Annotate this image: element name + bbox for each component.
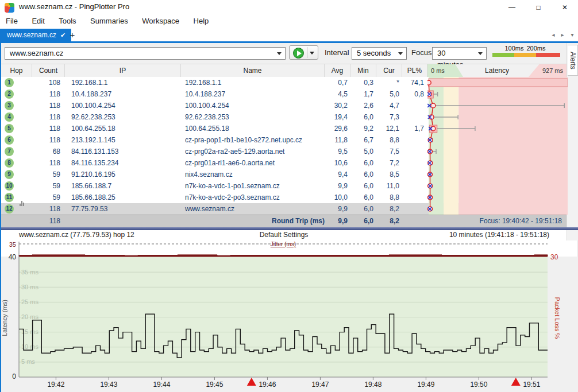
menu-tools[interactable]: Tools: [53, 15, 82, 27]
menu-summaries[interactable]: Summaries: [84, 15, 134, 27]
timeline-header: www.seznam.cz (77.75.79.53) hop 12 Defau…: [1, 230, 567, 240]
hop-number-badge: 10: [5, 181, 14, 191]
interval-select[interactable]: 5 seconds: [352, 47, 407, 60]
alerts-side-tab[interactable]: Alerts: [568, 45, 578, 76]
round-trip-min: 6,0: [350, 215, 373, 227]
focus-range-label: Focus: 19:40:42 - 19:51:18: [438, 215, 562, 227]
svg-text:19:48: 19:48: [364, 381, 382, 389]
tab-overflow-icon[interactable]: ▾: [568, 30, 576, 40]
count-cell: 118: [32, 123, 60, 134]
target-address-combobox[interactable]: www.seznam.cz: [5, 47, 286, 60]
count-cell: 59: [32, 180, 60, 192]
count-cell: 59: [32, 192, 60, 203]
pingplotter-window: www.seznam.cz - PingPlotter Pro — □ ✕ Fi…: [0, 0, 578, 392]
ip-cell: 77.75.79.53: [71, 203, 178, 215]
col-header-avg[interactable]: Avg: [325, 64, 350, 77]
avg-cell: 10,0: [325, 192, 348, 203]
minimize-icon[interactable]: —: [499, 0, 525, 15]
menu-workspace[interactable]: Workspace: [136, 15, 185, 27]
latency-axis-max-label: 927 ms: [531, 64, 563, 77]
min-cell: 6,0: [350, 111, 373, 123]
count-cell: 118: [32, 157, 60, 169]
timeline-range-label[interactable]: 10 minutes (19:41:18 - 19:51:18): [449, 231, 549, 239]
tab-target-seznam[interactable]: www.seznam.cz✔: [1, 29, 71, 41]
hop-cell: 10: [1, 180, 32, 192]
svg-text:0: 0: [12, 372, 16, 381]
new-tab-button[interactable]: +: [67, 29, 78, 41]
ip-cell: 100.64.255.18: [71, 123, 178, 134]
title-bar: www.seznam.cz - PingPlotter Pro — □ ✕: [0, 0, 578, 15]
avg-cell: 9,9: [325, 203, 348, 215]
svg-text:35 ms: 35 ms: [21, 269, 38, 275]
timeline-graph-area[interactable]: Jitter (ms)355 ms10 ms15 ms20 ms25 ms30 …: [0, 240, 578, 392]
maximize-icon[interactable]: □: [525, 0, 552, 15]
count-cell: 68: [32, 146, 60, 157]
svg-text:Latency (ms): Latency (ms): [1, 300, 8, 336]
close-icon[interactable]: ✕: [552, 0, 578, 15]
cur-cell: 7,2: [376, 157, 399, 169]
cur-cell: 11,0: [376, 180, 399, 192]
name-cell: cz-prg02a-ra2-ae5-129.aorta.net: [185, 146, 323, 157]
tab-scroll-left-icon[interactable]: ◂: [549, 30, 557, 40]
play-icon[interactable]: [293, 48, 304, 59]
count-cell: 118: [32, 203, 60, 215]
hop-cell: 8: [1, 157, 32, 169]
chevron-down-icon[interactable]: [310, 52, 314, 55]
col-header-cur[interactable]: Cur: [376, 64, 402, 77]
min-cell: 2,6: [350, 100, 373, 111]
pl-cell: 0,8: [402, 88, 424, 100]
tab-label: www.seznam.cz: [7, 31, 56, 39]
col-header-name[interactable]: Name: [181, 64, 325, 77]
ip-cell: 92.62.238.253: [71, 111, 178, 123]
tab-scroll-right-icon[interactable]: ▸: [558, 30, 567, 40]
hop-cell: 9: [1, 169, 32, 180]
chevron-down-icon[interactable]: [398, 52, 403, 55]
cur-cell: 5,0: [376, 88, 399, 100]
col-header-min[interactable]: Min: [350, 64, 376, 77]
ip-cell: 10.4.188.237: [71, 88, 178, 100]
hop-latency-minigraph[interactable]: [427, 77, 568, 215]
round-trip-cur: 8,2: [376, 215, 399, 227]
col-header-count[interactable]: Count: [32, 64, 65, 77]
min-cell: 1,7: [350, 88, 373, 100]
hop-cell: 2: [1, 88, 32, 100]
chevron-down-icon[interactable]: [478, 52, 483, 55]
menu-help[interactable]: Help: [188, 15, 215, 27]
menu-edit[interactable]: Edit: [26, 15, 50, 27]
min-cell: 9,2: [350, 123, 373, 134]
cur-cell: 8,8: [376, 134, 399, 146]
window-edge-accent: [0, 29, 1, 392]
latency-scale-green: [492, 53, 514, 57]
col-header-pl[interactable]: PL%: [402, 64, 427, 77]
avg-cell: 9,4: [325, 169, 348, 180]
svg-text:19:42: 19:42: [47, 381, 64, 389]
svg-text:19:45: 19:45: [206, 381, 223, 389]
scale-200ms-label: 200ms: [522, 45, 550, 52]
menu-file[interactable]: File: [0, 15, 24, 27]
name-cell: www.seznam.cz: [185, 203, 323, 215]
round-trip-row[interactable]: 118 Round Trip (ms) 9,9 6,0 8,2 Focus: 1…: [1, 215, 567, 227]
svg-text:20 ms: 20 ms: [21, 313, 38, 320]
ip-cell: 84.116.131.153: [71, 146, 178, 157]
focus-select[interactable]: 30 minutes: [432, 47, 487, 60]
hop-number-badge: 2: [5, 90, 14, 99]
cur-cell: 12,1: [376, 123, 399, 134]
chevron-down-icon[interactable]: [277, 52, 282, 55]
svg-text:Jitter (ms): Jitter (ms): [271, 241, 296, 247]
start-trace-split-button[interactable]: [289, 45, 318, 60]
ip-cell: 84.116.135.234: [71, 157, 178, 169]
svg-text:19:43: 19:43: [100, 381, 117, 389]
col-header-hop[interactable]: Hop: [1, 64, 32, 77]
avg-cell: 0,7: [325, 77, 348, 88]
svg-text:5 ms: 5 ms: [21, 358, 35, 365]
round-trip-label: Round Trip (ms): [250, 215, 325, 227]
check-icon: ✔: [60, 32, 65, 38]
col-header-ip[interactable]: IP: [65, 64, 181, 77]
latency-timeline-chart[interactable]: Jitter (ms)355 ms10 ms15 ms20 ms25 ms30 …: [0, 240, 578, 392]
target-address-value: www.seznam.cz: [10, 49, 63, 57]
hop-cell: 12: [1, 203, 32, 215]
svg-text:19:47: 19:47: [311, 381, 329, 389]
cur-cell: 4,7: [376, 100, 399, 111]
hop-cell: 4: [1, 111, 32, 123]
focus-label: Focus: [411, 48, 431, 57]
